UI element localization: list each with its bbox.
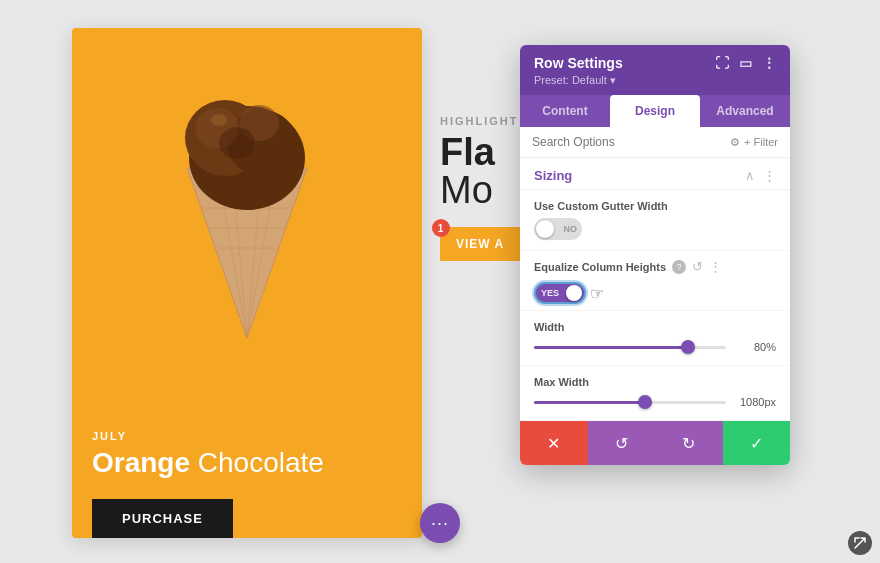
sizing-title: Sizing <box>534 168 572 183</box>
gutter-setting: Use Custom Gutter Width NO <box>520 190 790 251</box>
panel-title-icons: ⛶ ▭ ⋮ <box>715 55 776 71</box>
resize-handle[interactable] <box>848 531 872 555</box>
max-width-value: 1080px <box>736 396 776 408</box>
redo-button[interactable]: ↻ <box>655 421 723 465</box>
fab-icon: ··· <box>431 513 449 534</box>
resize-icon <box>853 536 867 550</box>
width-slider-thumb[interactable] <box>681 340 695 354</box>
save-button[interactable]: ✓ <box>723 421 791 465</box>
chevron-up-icon[interactable]: ∧ <box>745 168 755 183</box>
svg-point-15 <box>211 114 227 126</box>
gutter-toggle-knob <box>536 220 554 238</box>
width-value: 80% <box>736 341 776 353</box>
max-width-slider-track[interactable] <box>534 401 726 404</box>
view-button[interactable]: 1 VIEW A <box>440 227 520 261</box>
gutter-toggle-label: NO <box>564 224 578 234</box>
panel-header: Row Settings ⛶ ▭ ⋮ Preset: Default <box>520 45 790 95</box>
fullscreen-icon[interactable]: ⛶ <box>715 55 729 71</box>
preset-selector[interactable]: Preset: Default <box>534 74 776 87</box>
width-slider-fill <box>534 346 688 349</box>
equalize-reset-icon[interactable]: ↺ <box>692 259 703 274</box>
panel-body: Sizing ∧ ⋮ Use Custom Gutter Width NO <box>520 158 790 421</box>
filter-icon: ⚙ <box>730 136 740 149</box>
purchase-button[interactable]: PURCHASE <box>92 499 233 538</box>
width-slider-container: 80% <box>534 341 776 353</box>
flavor-title: Orange Chocolate <box>92 448 402 479</box>
max-width-slider-container: 1080px <box>534 396 776 408</box>
equalize-toggle-label: YES <box>541 288 559 298</box>
tab-advanced[interactable]: Advanced <box>700 95 790 127</box>
ice-cream-image <box>72 28 422 348</box>
tab-content[interactable]: Content <box>520 95 610 127</box>
width-label: Width <box>534 321 776 333</box>
view-label: VIEW A <box>456 237 504 251</box>
search-input[interactable] <box>532 135 722 149</box>
row-settings-panel: Row Settings ⛶ ▭ ⋮ Preset: Default Conte… <box>520 45 790 465</box>
max-width-setting: Max Width 1080px <box>520 366 790 421</box>
filter-label: + Filter <box>744 136 778 148</box>
card-bottom: JULY Orange Chocolate PURCHASE <box>72 414 422 538</box>
equalize-toggle-knob <box>566 285 582 301</box>
flavor-normal: Chocolate <box>198 447 324 478</box>
panel-tabs: Content Design Advanced <box>520 95 790 127</box>
cancel-button[interactable]: ✕ <box>520 421 588 465</box>
month-label: JULY <box>92 430 402 442</box>
equalize-toggle[interactable]: YES <box>534 282 586 304</box>
cone-illustration <box>147 48 347 348</box>
equalize-more-icon[interactable]: ⋮ <box>709 259 722 274</box>
flavor-bold: Orange <box>92 447 190 478</box>
equalize-header: Equalize Column Heights ? ↺ ⋮ <box>534 259 776 274</box>
sizing-section-header: Sizing ∧ ⋮ <box>520 158 790 190</box>
ice-cream-card: JULY Orange Chocolate PURCHASE <box>72 28 422 538</box>
gutter-label: Use Custom Gutter Width <box>534 200 776 212</box>
search-bar: ⚙ + Filter <box>520 127 790 158</box>
columns-icon[interactable]: ▭ <box>739 55 752 71</box>
width-setting: Width 80% <box>520 311 790 366</box>
svg-point-14 <box>219 127 255 159</box>
max-width-slider-fill <box>534 401 645 404</box>
panel-title-bar: Row Settings ⛶ ▭ ⋮ <box>534 55 776 71</box>
gutter-toggle[interactable]: NO <box>534 218 582 240</box>
max-width-slider-thumb[interactable] <box>638 395 652 409</box>
gutter-toggle-container: NO <box>534 218 776 240</box>
panel-title-text: Row Settings <box>534 55 623 71</box>
section-more-icon[interactable]: ⋮ <box>763 168 776 183</box>
section-icons: ∧ ⋮ <box>745 168 776 183</box>
tab-design[interactable]: Design <box>610 95 700 127</box>
equalize-setting: Equalize Column Heights ? ↺ ⋮ YES ☞ <box>520 251 790 311</box>
equalize-label: Equalize Column Heights <box>534 261 666 273</box>
canvas: JULY Orange Chocolate PURCHASE HIGHLIGHT… <box>0 0 880 563</box>
panel-footer: ✕ ↺ ↻ ✓ <box>520 421 790 465</box>
cursor-pointer-icon: ☞ <box>590 284 604 303</box>
help-icon[interactable]: ? <box>672 260 686 274</box>
filter-button[interactable]: ⚙ + Filter <box>730 136 778 149</box>
max-width-label: Max Width <box>534 376 776 388</box>
view-badge: 1 <box>432 219 450 237</box>
reset-button[interactable]: ↺ <box>588 421 656 465</box>
fab-button[interactable]: ··· <box>420 503 460 543</box>
more-options-icon[interactable]: ⋮ <box>762 55 776 71</box>
width-slider-track[interactable] <box>534 346 726 349</box>
equalize-toggle-wrapper: YES ☞ <box>534 282 776 304</box>
